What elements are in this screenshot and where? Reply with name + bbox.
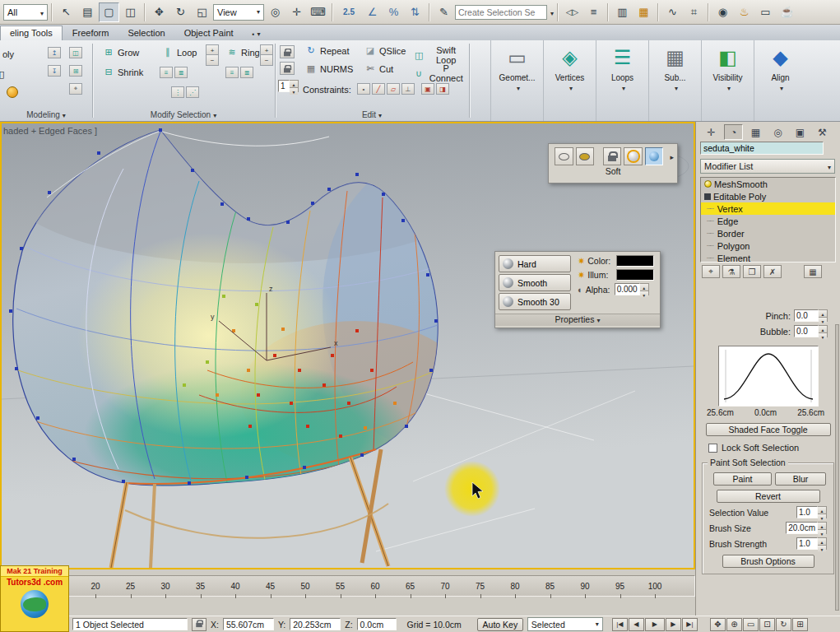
select-and-move-button[interactable]: ✥: [149, 2, 169, 22]
tab-freeform[interactable]: Freeform: [63, 26, 118, 40]
chevron-down-icon[interactable]: [548, 7, 554, 17]
orbit-button[interactable]: ↻: [776, 618, 791, 631]
window-crossing-button[interactable]: ◫: [120, 2, 141, 22]
stack-row-editable-poly[interactable]: Editable Poly: [701, 190, 835, 202]
brush-options-button[interactable]: Brush Options: [722, 555, 814, 568]
hierarchy-tab[interactable]: ▦: [746, 124, 765, 140]
panel-title-edit[interactable]: Edit: [275, 110, 469, 119]
stack-row-polygon[interactable]: Polygon: [701, 239, 835, 252]
select-object-button[interactable]: ↖: [56, 2, 77, 22]
viewport-shading-label[interactable]: haded + Edged Faces ]: [3, 126, 97, 136]
make-unique-button[interactable]: ❐: [743, 265, 761, 278]
material-editor-button[interactable]: ◉: [712, 2, 733, 22]
graphite-ribbon-toggle-button[interactable]: ▦: [633, 2, 654, 22]
select-and-rotate-button[interactable]: ↻: [170, 2, 191, 22]
select-and-manipulate-button[interactable]: ✛: [286, 2, 307, 22]
stack-row-edge[interactable]: Edge: [701, 215, 835, 227]
paint-selection-brush-icon[interactable]: [555, 147, 573, 165]
properties-panel-title[interactable]: Properties: [495, 314, 660, 326]
selection-value-spinner[interactable]: 1.0: [796, 506, 827, 518]
time-ruler[interactable]: 2025 3035 4045 5055 6065 7075 8085 9095 …: [0, 575, 695, 597]
vertex-illum-swatch[interactable]: [616, 269, 654, 281]
ribbon-panel-geometry[interactable]: ▭ Geomet...: [490, 40, 543, 121]
alpha-spinner[interactable]: 0.000: [615, 283, 649, 295]
modifier-on-bulb-icon[interactable]: [704, 180, 712, 188]
viewport-canvas[interactable]: z y x: [2, 123, 694, 568]
create-tab[interactable]: ✛: [702, 124, 721, 140]
edit-named-selection-sets-button[interactable]: ✎: [434, 2, 454, 22]
vertex-color-swatch[interactable]: [616, 255, 654, 267]
select-up-level-icon[interactable]: ↥: [48, 47, 61, 58]
smooth-30-button[interactable]: Smooth 30: [499, 293, 571, 310]
revert-button[interactable]: Revert: [717, 490, 820, 503]
pinch-spinner[interactable]: 0.0: [794, 309, 828, 322]
ring-minus-icon[interactable]: −: [260, 54, 273, 66]
auto-key-button[interactable]: Auto Key: [477, 618, 523, 631]
select-and-scale-button[interactable]: ◱: [192, 2, 212, 22]
spinner-snap-button[interactable]: ⇅: [405, 2, 425, 22]
dot-loop-icon[interactable]: ⋮: [171, 86, 184, 98]
pan-view-button[interactable]: ✥: [710, 618, 726, 631]
loop-grow-icon[interactable]: ≡: [160, 67, 173, 78]
constraint-none-icon[interactable]: •: [357, 83, 370, 95]
loop-button[interactable]: Loop: [158, 45, 201, 59]
ribbon-options-icon[interactable]: ▪: [244, 29, 270, 40]
remove-modifier-button[interactable]: ✗: [763, 265, 782, 278]
go-to-end-button[interactable]: ▶|: [682, 618, 698, 631]
constraint-face-icon[interactable]: ▱: [387, 83, 400, 95]
blur-button[interactable]: Blur: [775, 472, 826, 486]
selection-filter-dropdown[interactable]: All: [3, 4, 48, 21]
z-coordinate-field[interactable]: 0.0cm: [357, 618, 397, 630]
selection-lock-toggle[interactable]: [192, 618, 207, 631]
maximize-viewport-button[interactable]: ⊞: [792, 618, 808, 631]
ribbon-panel-align[interactable]: ◆ Align: [754, 40, 806, 121]
paint-button[interactable]: Paint: [713, 472, 772, 486]
shrink-button[interactable]: Shrink: [99, 65, 147, 79]
hard-smoothing-button[interactable]: Hard: [499, 255, 571, 272]
constraint-normal-icon[interactable]: ⊥: [401, 83, 415, 95]
panel-title-modify-selection[interactable]: Modify Selection: [92, 110, 275, 119]
dot-ring-icon[interactable]: ⋰: [186, 86, 199, 98]
lock-soft-selection-icon[interactable]: [603, 147, 622, 165]
utilities-tab[interactable]: ⚒: [813, 124, 832, 140]
selection-region-button[interactable]: ▢: [99, 2, 119, 22]
preserve-uvs-icon[interactable]: ▣: [421, 83, 434, 95]
modify-tab[interactable]: ◔: [724, 124, 743, 140]
tab-selection[interactable]: Selection: [118, 26, 174, 40]
ribbon-panel-subdivision[interactable]: ▦ Sub...: [648, 40, 701, 121]
rendered-frame-window-button[interactable]: ▭: [755, 2, 776, 22]
zoom-region-button[interactable]: ⊡: [759, 618, 775, 631]
go-to-start-button[interactable]: |◀: [612, 618, 628, 631]
shaded-face-toggle-icon[interactable]: [624, 147, 643, 165]
key-filters-dropdown[interactable]: Selected: [527, 617, 603, 631]
reference-coordinate-dropdown[interactable]: View: [213, 4, 264, 21]
loop-minus-icon[interactable]: −: [206, 54, 219, 66]
brush-strength-spinner[interactable]: 1.0: [796, 537, 827, 550]
grid-icon[interactable]: ⊞: [69, 65, 82, 77]
repeat-button[interactable]: Repeat: [301, 44, 353, 58]
cut-button[interactable]: Cut: [360, 62, 397, 76]
brush-size-spinner[interactable]: 20.0cm: [786, 522, 827, 534]
stack-row-border[interactable]: Border: [701, 227, 835, 239]
tab-modeling-tools[interactable]: eling Tools: [0, 26, 63, 40]
loop-shrink-icon[interactable]: ≣: [174, 67, 188, 78]
shaded-face-toggle-button[interactable]: Shaded Face Toggle: [706, 423, 831, 436]
stack-row-vertex[interactable]: Vertex: [701, 202, 835, 215]
percent-snap-button[interactable]: %: [383, 2, 404, 22]
modifier-list-dropdown[interactable]: Modifier List: [700, 159, 835, 174]
next-frame-button[interactable]: ▶: [666, 618, 681, 631]
play-button[interactable]: ▶: [645, 618, 665, 631]
ribbon-panel-vertices[interactable]: ◈ Vertices: [543, 40, 596, 121]
zoom-button[interactable]: ⊕: [726, 618, 742, 631]
edit-level-spinner[interactable]: 1: [278, 80, 299, 92]
tweak-lock-icon[interactable]: [280, 62, 295, 75]
select-by-name-button[interactable]: ▤: [77, 2, 98, 22]
configure-modifier-sets-button[interactable]: ▦: [804, 265, 822, 278]
lock-soft-selection-checkbox[interactable]: [708, 444, 717, 453]
layer-manager-button[interactable]: ▥: [612, 2, 633, 22]
display-tab[interactable]: ▣: [791, 124, 810, 140]
window-icon[interactable]: ◫: [69, 47, 82, 58]
perspective-viewport[interactable]: haded + Edged Faces ]: [0, 122, 695, 569]
render-production-button[interactable]: ☕: [777, 2, 797, 22]
tab-object-paint[interactable]: Object Paint: [175, 26, 243, 40]
